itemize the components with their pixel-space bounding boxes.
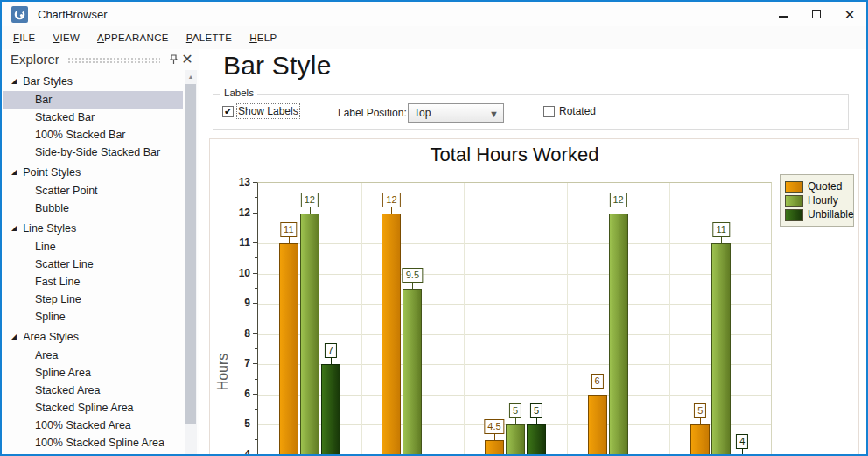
- gridline: [464, 183, 465, 456]
- gridline: [258, 214, 771, 214]
- minimize-button[interactable]: [766, 2, 800, 26]
- bar-value-label: 12: [301, 193, 318, 207]
- menu-item-file[interactable]: FILE: [4, 29, 45, 46]
- bar-value-label: 6: [592, 374, 604, 389]
- explorer-close-icon[interactable]: ✕: [180, 53, 194, 67]
- y-axis-tick: [253, 242, 257, 243]
- tree-section-header-line-styles[interactable]: ◢Line Styles: [4, 219, 183, 238]
- legend-swatch-icon: [785, 181, 803, 193]
- tree-item-fast-line[interactable]: Fast Line: [4, 273, 183, 291]
- tree-section-header-point-styles[interactable]: ◢Point Styles: [4, 163, 183, 182]
- tree-item-range-area[interactable]: Range Area: [4, 452, 183, 456]
- tree-item-scatter-point[interactable]: Scatter Point: [4, 182, 183, 200]
- tree-item-area[interactable]: Area: [4, 347, 183, 364]
- menu-item-palette[interactable]: PALETTE: [178, 29, 241, 46]
- tree-section-label: Bar Styles: [23, 75, 73, 88]
- bar-value-label: 12: [382, 193, 400, 207]
- y-axis-minor-tick: [255, 409, 257, 410]
- show-labels-checkbox[interactable]: ✔ Show Labels: [222, 105, 298, 117]
- tree-item-100-stacked-spline-area[interactable]: 100% Stacked Spline Area: [4, 434, 183, 452]
- menu-item-help[interactable]: HELP: [241, 29, 285, 46]
- tree-section-label: Line Styles: [23, 222, 76, 235]
- tree-item-bar[interactable]: Bar: [4, 91, 183, 109]
- label-position-select[interactable]: Top ▼: [408, 103, 504, 123]
- explorer-title: Explorer: [10, 52, 60, 67]
- tree-item-100-stacked-area[interactable]: 100% Stacked Area: [4, 417, 183, 434]
- gridline: [258, 334, 771, 335]
- y-axis-tick: [253, 182, 257, 183]
- bar-quoted-group2[interactable]: [382, 214, 401, 456]
- menu-item-view[interactable]: VIEW: [45, 29, 89, 46]
- tree-item-step-line[interactable]: Step Line: [4, 291, 183, 308]
- explorer-scrollbar[interactable]: ▲: [185, 70, 197, 456]
- maximize-icon: [812, 10, 821, 18]
- labels-groupbox: Labels ✔ Show Labels Label Position: Top…: [213, 94, 849, 130]
- y-axis-minor-tick: [255, 319, 257, 319]
- bar-quoted-group4[interactable]: [588, 395, 607, 456]
- bar-hourly-group4[interactable]: [609, 214, 628, 456]
- tree-item-line[interactable]: Line: [4, 238, 183, 256]
- y-axis-tick: [253, 394, 257, 395]
- tree-item-spline[interactable]: Spline: [4, 308, 183, 326]
- y-axis-tick: [253, 363, 257, 364]
- tree-section: ◢Point StylesScatter PointBubble: [4, 163, 183, 217]
- checkbox-check-icon: ✔: [222, 106, 234, 117]
- show-labels-label: Show Labels: [238, 105, 298, 117]
- gridline: [669, 183, 670, 456]
- bar-value-label: 5: [509, 403, 522, 418]
- pin-icon[interactable]: [166, 53, 180, 67]
- scrollbar-thumb[interactable]: [186, 84, 196, 424]
- bar-unbillable-group1[interactable]: [321, 364, 340, 456]
- tree-section-header-area-styles[interactable]: ◢Area Styles: [4, 327, 183, 347]
- tree-item-stacked-spline-area[interactable]: Stacked Spline Area: [4, 399, 183, 417]
- bar-quoted-group1[interactable]: [279, 243, 298, 456]
- gridline: [258, 243, 771, 244]
- tree-item-spline-area[interactable]: Spline Area: [4, 364, 183, 382]
- rotated-checkbox[interactable]: Rotated: [543, 105, 596, 117]
- tree-item-bubble[interactable]: Bubble: [4, 200, 183, 217]
- y-axis-minor-tick: [255, 197, 257, 198]
- tree-item-100-stacked-bar[interactable]: 100% Stacked Bar: [4, 126, 183, 144]
- tree-item-stacked-bar[interactable]: Stacked Bar: [4, 109, 183, 126]
- bar-hourly-group3[interactable]: [506, 424, 525, 456]
- bar-hourly-group5[interactable]: [711, 243, 731, 456]
- bar-value-label: 9.5: [402, 268, 423, 283]
- explorer-grip[interactable]: [67, 57, 160, 65]
- scrollbar-up-icon[interactable]: ▲: [185, 70, 197, 82]
- page-title: Bar Style: [223, 51, 332, 81]
- tree-item-stacked-area[interactable]: Stacked Area: [4, 382, 183, 399]
- bar-quoted-group3[interactable]: [485, 440, 504, 456]
- tree-item-scatter-line[interactable]: Scatter Line: [4, 256, 183, 273]
- legend-label: Unbillable: [808, 208, 854, 221]
- gridline: [258, 274, 771, 275]
- y-axis-tick: [253, 213, 257, 214]
- legend-item-unbillable: Unbillable: [785, 208, 849, 221]
- title-bar[interactable]: ChartBrowser ✕: [2, 2, 866, 26]
- y-axis-minor-tick: [255, 439, 257, 440]
- y-axis-tick: [253, 424, 257, 424]
- close-button[interactable]: ✕: [833, 2, 866, 26]
- rotated-label: Rotated: [559, 105, 596, 117]
- menu-item-appearance[interactable]: APPEARANCE: [88, 29, 178, 46]
- checkbox-box: [543, 106, 555, 117]
- y-axis-tick: [253, 303, 257, 304]
- chart-title: Total Hours Worked: [430, 144, 599, 166]
- style-tree: ◢Bar StylesBarStacked Bar100% Stacked Ba…: [4, 70, 183, 456]
- label-position-value: Top: [414, 107, 430, 119]
- tree-section: ◢Line StylesLineScatter LineFast LineSte…: [4, 219, 183, 326]
- bar-value-label: 11: [280, 222, 297, 237]
- y-axis-tick: [253, 333, 257, 334]
- bar-quoted-group5[interactable]: [690, 424, 710, 456]
- bar-unbillable-group3[interactable]: [527, 424, 546, 456]
- y-axis-tick-label: 4: [228, 448, 250, 456]
- maximize-button[interactable]: [800, 2, 833, 26]
- tree-expanded-icon: ◢: [11, 168, 17, 176]
- bar-hourly-group1[interactable]: [300, 214, 319, 456]
- tree-section-header-bar-styles[interactable]: ◢Bar Styles: [4, 72, 183, 91]
- y-axis-tick-label: 13: [228, 176, 250, 188]
- bar-hourly-group2[interactable]: [402, 289, 422, 456]
- tree-item-side-by-side-stacked-bar[interactable]: Side-by-Side Stacked Bar: [4, 144, 183, 161]
- y-axis-tick: [253, 454, 257, 455]
- gridline: [567, 183, 568, 456]
- explorer-header: Explorer ✕: [4, 49, 199, 69]
